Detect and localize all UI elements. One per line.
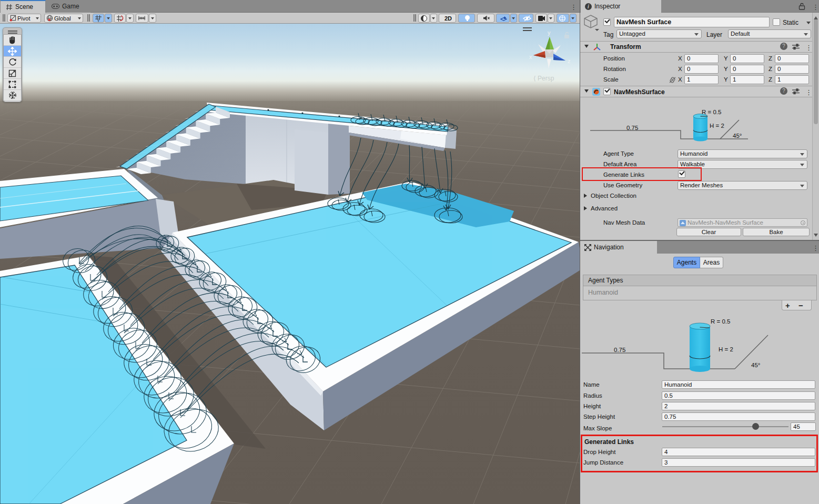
svg-text:45°: 45°: [751, 362, 760, 368]
svg-text:Y: Y: [97, 18, 100, 22]
svg-text:R = 0.5: R = 0.5: [702, 109, 721, 115]
svg-text:H = 2: H = 2: [710, 123, 724, 129]
svg-text:0.75: 0.75: [626, 125, 638, 131]
svg-text:y: y: [548, 29, 551, 36]
svg-text:H = 2: H = 2: [719, 346, 733, 352]
svg-text:z: z: [568, 58, 571, 64]
svg-text:45°: 45°: [733, 133, 742, 139]
svg-text:x: x: [529, 54, 532, 60]
svg-text:0.75: 0.75: [614, 347, 625, 353]
svg-text:R = 0.5: R = 0.5: [711, 318, 730, 325]
